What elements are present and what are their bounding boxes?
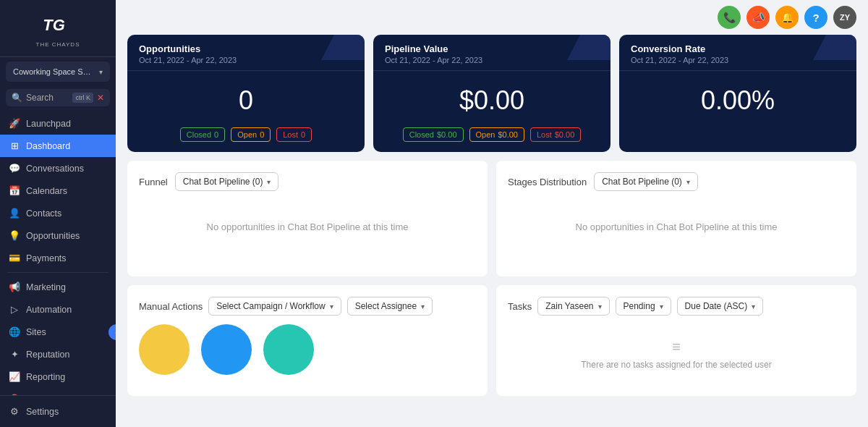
- closed-value: $0.00: [437, 130, 457, 139]
- sidebar-item-get-support[interactable]: ❓ Get Support: [0, 388, 116, 395]
- opportunities-value: 0: [127, 71, 365, 127]
- lost-badge: Lost 0: [276, 127, 312, 142]
- sidebar-item-payments[interactable]: 💳 Payments: [0, 247, 116, 269]
- sidebar-item-label: Opportunities: [26, 231, 80, 241]
- bottom-row: Manual Actions Select Campaign / Workflo…: [127, 285, 856, 396]
- sidebar-item-label: Reporting: [26, 372, 65, 382]
- pipeline-date: Oct 21, 2022 - Apr 22, 2023: [385, 56, 599, 64]
- opportunities-card-header: Opportunities Oct 21, 2022 - Apr 22, 202…: [127, 35, 365, 71]
- sidebar-item-opportunities[interactable]: 💡 Opportunities: [0, 224, 116, 247]
- stages-dropdown-arrow-icon: ▾: [686, 178, 690, 186]
- main-content: 📞 📣 🔔 ? ZY Opportunities Oct 21, 2022 - …: [116, 0, 868, 427]
- funnel-dropdown[interactable]: Chat Bot Pipeline (0) ▾: [175, 172, 279, 191]
- sidebar-item-reporting[interactable]: 📈 Reporting: [0, 365, 116, 388]
- pipeline-open-badge: Open $0.00: [469, 127, 524, 142]
- tasks-empty: ≡ There are no tasks assigned for the se…: [508, 324, 845, 384]
- manual-actions-header: Manual Actions Select Campaign / Workflo…: [139, 297, 476, 316]
- tasks-panel-header: Tasks Zain Yaseen ▾ Pending ▾ Due Date (…: [508, 297, 845, 316]
- notification-icon-button[interactable]: 🔔: [775, 6, 799, 29]
- sidebar-item-marketing[interactable]: 📢 Marketing: [0, 276, 116, 298]
- settings-icon: ⚙: [9, 406, 20, 417]
- sidebar-item-label: Contacts: [26, 208, 61, 219]
- tasks-status-value: Pending: [624, 301, 655, 311]
- sidebar-item-sites[interactable]: 🌐 Sites: [0, 321, 116, 343]
- open-badge: Open 0: [231, 127, 271, 142]
- sidebar-item-reputation[interactable]: ✦ Reputation: [0, 343, 116, 365]
- stages-empty-message: No opportunities in Chat Bot Pipeline at…: [508, 200, 845, 254]
- sidebar-item-dashboard[interactable]: ⊞ Dashboard: [0, 135, 116, 157]
- pipeline-value: $0.00: [373, 71, 610, 127]
- search-bar[interactable]: 🔍 Search ctrl K ✕: [6, 89, 110, 106]
- sidebar-item-automation[interactable]: ▷ Automation: [0, 298, 116, 321]
- search-text: Search: [26, 93, 69, 103]
- logo-text: TG: [43, 16, 65, 35]
- automation-icon: ▷: [9, 304, 20, 315]
- conversion-title: Conversion Rate: [631, 43, 845, 54]
- sidebar-item-contacts[interactable]: 👤 Contacts: [0, 202, 116, 224]
- stages-distribution-panel: Stages Distribution Chat Bot Pipeline (0…: [496, 161, 856, 276]
- stages-dropdown[interactable]: Chat Bot Pipeline (0) ▾: [594, 172, 698, 191]
- conversion-value: 0.00%: [619, 71, 856, 127]
- megaphone-icon-button[interactable]: 📣: [746, 6, 770, 29]
- marketing-icon: 📢: [9, 282, 20, 292]
- sidebar-item-label: Payments: [26, 253, 67, 263]
- funnel-panel-header: Funnel Chat Bot Pipeline (0) ▾: [139, 172, 476, 191]
- closed-label: Closed: [187, 130, 211, 139]
- tasks-status-dropdown[interactable]: Pending ▾: [616, 297, 671, 316]
- tasks-sort-value: Due Date (ASC): [685, 301, 748, 311]
- user-avatar[interactable]: ZY: [833, 6, 856, 29]
- assignee-dropdown-value: Select Assignee: [355, 301, 417, 311]
- tasks-status-arrow-icon: ▾: [660, 303, 663, 310]
- nav-divider: [7, 272, 109, 273]
- sidebar-item-label: Automation: [26, 305, 72, 315]
- phone-icon-button[interactable]: 📞: [718, 6, 741, 29]
- tasks-empty-icon: ≡: [522, 339, 830, 355]
- lost-value: 0: [301, 130, 305, 139]
- sidebar-item-calendars[interactable]: 📅 Calendars: [0, 179, 116, 202]
- reporting-icon: 📈: [9, 371, 20, 382]
- sidebar-item-launchpad[interactable]: 🚀 Launchpad: [0, 112, 116, 135]
- reputation-icon: ✦: [9, 349, 20, 360]
- pipeline-lost-badge: Lost $0.00: [530, 127, 581, 142]
- mid-row: Funnel Chat Bot Pipeline (0) ▾ No opport…: [127, 161, 856, 276]
- content-area: Opportunities Oct 21, 2022 - Apr 22, 202…: [116, 35, 868, 427]
- tasks-user-dropdown[interactable]: Zain Yaseen ▾: [537, 297, 609, 316]
- launchpad-icon: 🚀: [9, 118, 20, 129]
- tasks-sort-arrow-icon: ▾: [752, 303, 755, 310]
- search-clear-icon[interactable]: ✕: [97, 93, 104, 103]
- sidebar-item-label: Reputation: [26, 350, 69, 360]
- pipeline-card-header: Pipeline Value Oct 21, 2022 - Apr 22, 20…: [373, 35, 610, 71]
- lost-label: Lost: [537, 130, 552, 139]
- campaign-dropdown-value: Select Campaign / Workflow: [216, 301, 326, 311]
- sidebar-item-label: Sites: [26, 327, 46, 337]
- tasks-sort-dropdown[interactable]: Due Date (ASC) ▾: [677, 297, 764, 316]
- pipeline-closed-badge: Closed $0.00: [403, 127, 464, 142]
- help-icon-button[interactable]: ?: [804, 6, 827, 29]
- assignee-arrow-icon: ▾: [421, 303, 425, 310]
- sidebar-item-conversations[interactable]: 💬 Conversations: [0, 157, 116, 179]
- campaign-dropdown[interactable]: Select Campaign / Workflow ▾: [208, 297, 341, 316]
- lost-label: Lost: [283, 130, 298, 139]
- pipeline-value-card: Pipeline Value Oct 21, 2022 - Apr 22, 20…: [373, 35, 610, 152]
- sidebar-item-settings[interactable]: ⚙ Settings: [0, 400, 116, 423]
- pipeline-title: Pipeline Value: [385, 43, 599, 54]
- assignee-dropdown[interactable]: Select Assignee ▾: [347, 297, 433, 316]
- tasks-label: Tasks: [508, 301, 532, 312]
- chart-circle-teal: [263, 324, 314, 375]
- stats-row: Opportunities Oct 21, 2022 - Apr 22, 202…: [127, 35, 856, 152]
- stages-dropdown-value: Chat Bot Pipeline (0): [602, 177, 682, 187]
- conversion-card-header: Conversion Rate Oct 21, 2022 - Apr 22, 2…: [619, 35, 856, 71]
- opportunities-title: Opportunities: [139, 43, 353, 54]
- open-label: Open: [476, 130, 495, 139]
- open-label: Open: [237, 130, 257, 139]
- logo-subtitle: THE CHAYDS: [36, 41, 80, 48]
- logo-box: TG: [36, 9, 72, 41]
- sidebar-item-label: Conversations: [26, 164, 84, 174]
- open-value: $0.00: [498, 130, 518, 139]
- workspace-name: Coworking Space Snaps...: [13, 67, 93, 76]
- tasks-empty-message: There are no tasks assigned for the sele…: [522, 360, 830, 370]
- sidebar: TG THE CHAYDS Coworking Space Snaps... ▾…: [0, 0, 116, 427]
- conversion-date: Oct 21, 2022 - Apr 22, 2023: [631, 56, 845, 64]
- sidebar-item-label: Marketing: [26, 282, 66, 292]
- workspace-selector[interactable]: Coworking Space Snaps... ▾: [6, 62, 110, 82]
